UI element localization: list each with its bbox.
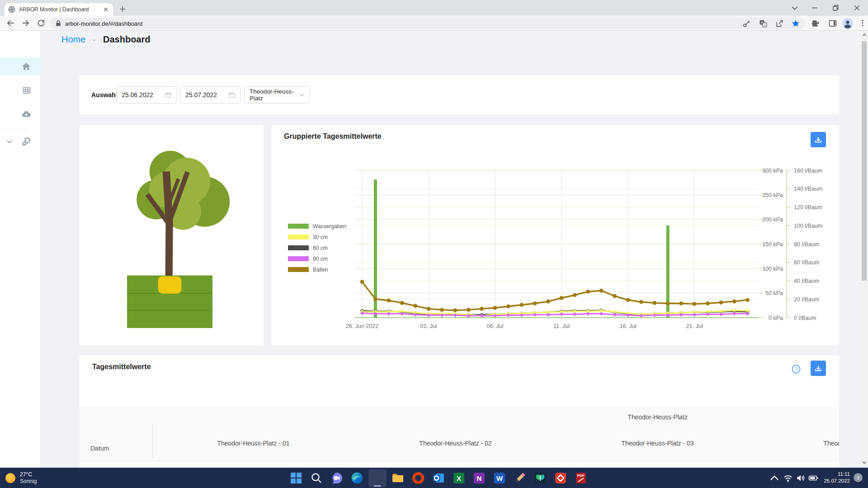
taskbar-app-word[interactable]: W (491, 469, 509, 487)
svg-text:60 l/Baum: 60 l/Baum (794, 259, 819, 266)
sidebar-item-cloud-download[interactable] (0, 105, 41, 123)
taskbar-app-office[interactable] (409, 469, 427, 487)
taskbar-app-chrome[interactable] (368, 469, 387, 487)
taskbar-app-edge[interactable] (348, 469, 366, 487)
lock-icon (55, 20, 61, 27)
pdf-editor-icon: PDF (574, 471, 588, 485)
forward-arrow-icon[interactable] (21, 18, 31, 28)
volume-icon[interactable] (796, 473, 806, 483)
bookmark-star-icon[interactable] (791, 19, 800, 28)
svg-text:01. Jul: 01. Jul (420, 323, 437, 329)
scrollbar-down-arrow[interactable] (862, 462, 867, 465)
office-icon (411, 471, 425, 485)
tree-illustration (118, 131, 231, 338)
taskbar-app-explorer[interactable] (389, 469, 407, 487)
url-bar[interactable]: arbor-monitor.de/#/dashboard A a (51, 18, 805, 29)
key-icon[interactable] (742, 19, 751, 28)
svg-text:06. Jul: 06. Jul (487, 323, 504, 329)
tray-time: 11:11 (816, 471, 850, 478)
svg-text:X: X (457, 474, 461, 482)
taskbar-app-outlook[interactable] (429, 469, 448, 487)
table-grid-icon (22, 85, 32, 95)
taskbar-app-onenote[interactable]: N (470, 469, 488, 487)
window-close-icon[interactable] (854, 5, 860, 11)
back-arrow-icon[interactable] (5, 18, 15, 28)
clock[interactable]: 11:11 25.07.2022 (816, 471, 850, 484)
new-tab-icon[interactable] (118, 5, 127, 13)
tab-title: ARBOR Monitor | Dashboard (19, 6, 99, 13)
home-icon (21, 61, 32, 72)
onenote-icon: N (472, 471, 486, 485)
sidebar-item-home[interactable] (0, 57, 41, 75)
taskbar-app-start[interactable] (287, 469, 305, 487)
help-icon[interactable]: ? (792, 365, 801, 374)
tab-close-icon[interactable] (102, 6, 109, 13)
active-app-indicator (374, 485, 381, 487)
location-select[interactable]: Theodor-Heuss-Platz (244, 86, 310, 103)
pencil-app-icon (513, 471, 527, 485)
table-column-1: Theodor-Heuss-Platz - 01 (152, 440, 354, 447)
tab-search-chevron-icon[interactable] (791, 6, 798, 10)
explorer-icon (391, 471, 405, 485)
grouped-daily-means-card: Gruppierte Tagesmittelwerte Wassergaben3… (272, 125, 839, 345)
svg-text:40 l/Baum: 40 l/Baum (794, 278, 819, 284)
taskbar-app-diamond-app[interactable] (552, 469, 570, 487)
breadcrumb-home-link[interactable]: Home (61, 34, 85, 45)
notification-badge[interactable]: 3 (854, 473, 863, 482)
taskbar-apps: XNWPDF (287, 469, 590, 487)
browser-tab[interactable]: ARBOR Monitor | Dashboard (5, 3, 113, 16)
side-panel-icon[interactable] (828, 19, 837, 28)
excel-icon: X (452, 471, 466, 485)
translate-icon[interactable]: A a (759, 19, 768, 28)
chevron-down-icon (6, 140, 13, 144)
page-scrollbar[interactable] (860, 31, 868, 468)
taskbar-app-pdf-editor[interactable]: PDF (572, 469, 590, 487)
svg-text:100 kPa: 100 kPa (762, 266, 783, 272)
taskbar-app-search[interactable] (307, 469, 326, 487)
weather-widget[interactable]: 27°C Sonnig (5, 468, 37, 488)
screen: ARBOR Monitor | Dashboard (0, 0, 868, 488)
date-from-value: 25.06.2022 (122, 91, 165, 99)
sidebar-item-table-grid[interactable] (0, 81, 41, 99)
svg-text:50 kPa: 50 kPa (765, 290, 783, 296)
window-minimize-icon[interactable] (812, 7, 817, 9)
start-icon (289, 471, 303, 485)
window-restore-icon[interactable] (833, 5, 839, 11)
scrollbar-thumb[interactable] (862, 41, 867, 281)
table-column-separator (152, 423, 153, 458)
wifi-icon[interactable] (783, 473, 793, 483)
sidebar-item-settings-gears[interactable] (0, 132, 41, 150)
calendar-icon (165, 91, 172, 99)
svg-text:21. Jul: 21. Jul (686, 323, 703, 329)
reload-icon[interactable] (36, 18, 46, 28)
table-download-button[interactable] (811, 361, 826, 376)
svg-text:150 kPa: 150 kPa (762, 241, 783, 248)
chat-icon (330, 471, 344, 485)
svg-text:26. Jun 2022: 26. Jun 2022 (346, 323, 378, 329)
taskbar-app-pencil-app[interactable] (511, 469, 529, 487)
word-icon: W (493, 471, 506, 485)
taskbar-app-butterfly-app[interactable] (531, 469, 549, 487)
profile-avatar-icon[interactable] (842, 18, 854, 29)
share-icon[interactable] (775, 19, 784, 28)
svg-text:140 l/Baum: 140 l/Baum (794, 186, 822, 192)
svg-text:0 l/Baum: 0 l/Baum (794, 315, 816, 321)
date-from-input[interactable]: 25.06.2022 (116, 86, 177, 103)
tray-chevron-up-icon[interactable] (769, 473, 779, 483)
taskbar-app-excel[interactable]: X (450, 469, 468, 487)
extensions-puzzle-icon[interactable] (811, 19, 820, 28)
filters-label: Auswahl (91, 75, 118, 114)
menu-kebab-icon[interactable] (859, 19, 867, 27)
scrollbar-up-arrow[interactable] (862, 33, 867, 36)
svg-text:N: N (477, 474, 482, 482)
location-select-value: Theodor-Heuss-Platz (250, 88, 299, 102)
date-to-input[interactable]: 25.07.2022 (180, 86, 241, 103)
cloud-download-icon (21, 109, 32, 120)
table-group-header: Theodor-Heuss-Platz (152, 413, 839, 421)
taskbar-app-chat[interactable] (328, 469, 346, 487)
svg-text:?: ? (795, 366, 797, 372)
weather-condition: Sonnig (20, 478, 37, 485)
sun-icon (5, 473, 15, 483)
svg-text:16. Jul: 16. Jul (620, 323, 637, 329)
edge-icon (350, 471, 364, 485)
